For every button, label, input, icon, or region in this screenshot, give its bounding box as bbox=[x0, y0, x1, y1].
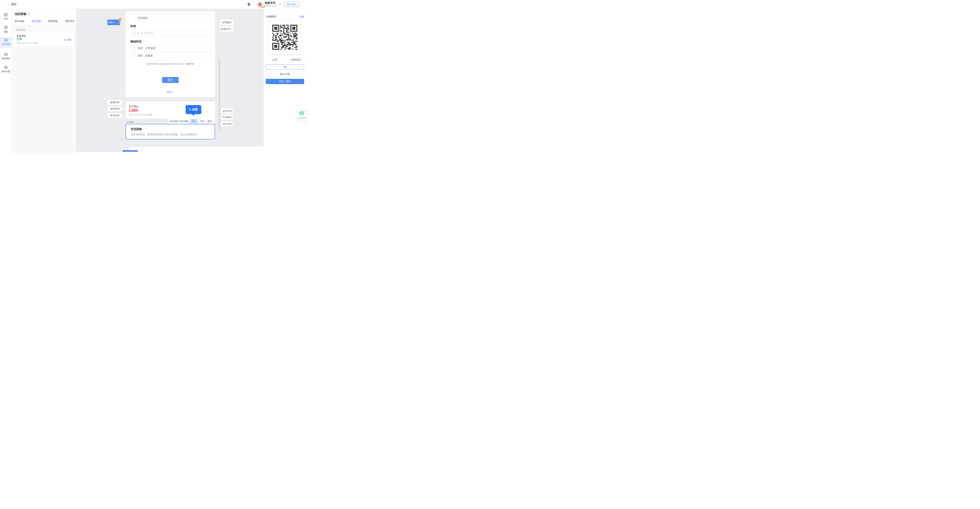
current-style-label: 当前样式: bbox=[266, 15, 277, 18]
svg-text:?: ? bbox=[29, 13, 29, 15]
sidebar-item-label: 动态面板 bbox=[2, 43, 10, 46]
download-button[interactable]: 下载 bbox=[266, 64, 304, 70]
radio-icon[interactable] bbox=[133, 47, 136, 49]
clear-content-button[interactable]: 清空内容 bbox=[222, 121, 233, 126]
beautify-qr-button[interactable]: 二维码美化 bbox=[286, 57, 304, 62]
sidebar-item-label: 我的素材 bbox=[2, 57, 10, 60]
chevron-down-icon bbox=[231, 29, 233, 30]
sidebar-item-label: 我的页面 bbox=[2, 70, 10, 73]
card-style-section: 卡片样式 设备状态 正常 2025-10-22 18:03 更新 更新 bbox=[12, 25, 76, 153]
sidebar-item-my-assets[interactable]: 我的素材 bbox=[0, 51, 12, 62]
update-link[interactable]: 更新 bbox=[64, 38, 72, 41]
radio-icon[interactable] bbox=[133, 54, 136, 57]
tab-data-panel[interactable]: 数据面板 bbox=[48, 20, 58, 23]
template-plus-icon bbox=[4, 26, 8, 30]
delete-action[interactable]: 删除 bbox=[208, 120, 212, 123]
form-disclaimer: 提交即授权该表单收集你所填写的内容。查看详情 bbox=[126, 62, 215, 65]
form-page-card: 归还物品 时间 年-月-日 时:分 物品状态 完好，正常使用 损坏，需修复 提交… bbox=[126, 11, 215, 97]
enter-backend-button[interactable]: 进入后台 bbox=[284, 2, 299, 7]
top-bar: ← 返回 VIP 模板专用 组织ID:7118 进入后台 bbox=[0, 0, 307, 9]
tray-icon bbox=[4, 53, 8, 56]
view-details-link[interactable]: 查看详情 bbox=[185, 63, 194, 65]
panel-title: 动态面板 ? bbox=[15, 12, 30, 16]
qr-code bbox=[272, 25, 298, 50]
canvas-bottom-margin bbox=[76, 152, 264, 153]
section-label: 卡片样式 bbox=[16, 29, 25, 32]
sidebar-item-label: 样式 bbox=[4, 18, 8, 21]
collapse-link[interactable]: 收起 bbox=[126, 90, 215, 94]
sidebar-item-my-pages[interactable]: 我的页面 bbox=[0, 64, 12, 75]
copy-page-button[interactable]: 复制页面 bbox=[107, 107, 122, 112]
move-icon bbox=[127, 121, 129, 123]
new-page-button[interactable]: 新建页面 bbox=[107, 100, 122, 105]
setup-step-tooltip: 1. 设置 bbox=[186, 105, 201, 114]
back-button[interactable]: ← 返回 bbox=[6, 3, 16, 6]
divider: | bbox=[198, 120, 199, 122]
refresh-icon bbox=[64, 39, 66, 41]
page-tab-badge[interactable]: 页面76 ... bbox=[107, 20, 120, 25]
standard-arrange-dropdown[interactable]: 标准排列 bbox=[220, 26, 234, 32]
form-option-good[interactable]: 完好，正常使用 bbox=[130, 45, 210, 51]
back-arrow-icon: ← bbox=[6, 3, 10, 6]
tab-footer-message[interactable]: 底部留言 bbox=[65, 20, 75, 23]
share-button[interactable]: 分享 bbox=[266, 57, 283, 62]
form-option-cutoff[interactable] bbox=[130, 11, 210, 14]
submit-button[interactable]: 提交 bbox=[162, 77, 178, 83]
panel-element-title: 状态面板 bbox=[131, 128, 142, 131]
robot-icon bbox=[299, 112, 304, 115]
save-qr-button[interactable]: 保存二维码 bbox=[266, 79, 304, 84]
account-org-id: 组织ID:7118 bbox=[265, 5, 276, 7]
back-label: 返回 bbox=[11, 3, 16, 6]
tab-action-panel[interactable]: 操作面板 bbox=[15, 20, 24, 23]
notification-bell-icon[interactable] bbox=[247, 3, 251, 6]
status-panel-element[interactable]: 状态面板 暂未添加状态，画布保存时将不会保存该面板，请点击设置添加 bbox=[126, 124, 215, 139]
sparkle-dot bbox=[305, 110, 306, 112]
left-rail: 样式 模板 动态面板 我的素材 我的页面 bbox=[0, 9, 12, 153]
card-title: 设备状态 bbox=[17, 34, 26, 38]
sidebar-item-dynamic-panel[interactable]: 动态面板 bbox=[0, 37, 12, 48]
editor-canvas: 页面76 ... ! 归还物品 时间 年-月-日 时:分 物品状态 完好，正常使… bbox=[76, 9, 264, 153]
chevron-up-icon[interactable] bbox=[279, 3, 282, 5]
card-timestamp: 2025-10-22 18:03 更新 bbox=[17, 42, 38, 45]
sidebar-item-templates[interactable]: 模板 bbox=[0, 25, 12, 35]
online-support-label: 在线咨询 bbox=[296, 116, 307, 120]
radio-icon[interactable] bbox=[133, 17, 136, 19]
tray-icon bbox=[4, 38, 8, 42]
grid-icon bbox=[4, 13, 8, 17]
background-color-button[interactable]: 背景颜色 bbox=[220, 20, 234, 25]
save-all-button[interactable]: 保存所有 bbox=[107, 113, 122, 118]
tooltip-arrow bbox=[192, 114, 195, 116]
card-timestamp: 2025-12-16 17:59:39 更新 bbox=[129, 113, 153, 116]
phone-preview-button[interactable]: 手机预览 bbox=[222, 115, 233, 120]
time-field-label: 时间 bbox=[130, 24, 136, 28]
horizontal-scrollbar-thumb[interactable] bbox=[123, 150, 138, 152]
form-option-return[interactable]: 归还物品 bbox=[130, 15, 210, 21]
preview-settings-button[interactable]: 预览/设置 bbox=[266, 72, 304, 77]
vip-badge: VIP bbox=[260, 5, 265, 8]
help-icon[interactable]: ? bbox=[28, 13, 30, 16]
item-status-label: 物品状态 bbox=[130, 40, 142, 43]
sidebar-item-label: 模板 bbox=[4, 30, 8, 34]
settings-action[interactable]: 设置 bbox=[190, 120, 197, 123]
form-option-damaged[interactable]: 损坏，需修复 bbox=[130, 53, 210, 59]
save-content-button[interactable]: 保存内容 bbox=[222, 109, 233, 113]
horizontal-scrollbar-track bbox=[129, 147, 264, 152]
datetime-placeholder: 年-月-日 时:分 bbox=[137, 32, 153, 35]
vertical-scrollbar[interactable] bbox=[219, 58, 220, 130]
device-status-card[interactable]: 设备状态 正常 2025-10-22 18:03 更新 更新 bbox=[14, 32, 74, 46]
sparkle-icon: ✦ bbox=[304, 111, 305, 113]
change-style-link[interactable]: 更换 bbox=[299, 15, 304, 18]
copy-action[interactable]: 复制 bbox=[200, 120, 205, 123]
asset-status-card[interactable]: 资产状态 已损坏 2025-12-16 17:59:39 更新 更新 bbox=[126, 101, 215, 119]
account-info[interactable]: 模板专用 组织ID:7118 bbox=[265, 2, 276, 7]
chevron-up-icon bbox=[172, 91, 174, 93]
tab-status-panel[interactable]: 状态面板 bbox=[31, 20, 41, 23]
sidebar-item-styles[interactable]: 样式 bbox=[0, 12, 12, 22]
clock-icon bbox=[133, 32, 136, 35]
datetime-input[interactable]: 年-月-日 时:分 bbox=[130, 30, 210, 37]
online-support-widget[interactable]: ✦ 在线咨询 bbox=[296, 110, 307, 121]
drag-handle[interactable]: 拖动 bbox=[126, 120, 135, 124]
status-value: 正常 bbox=[17, 37, 22, 41]
account-name: 模板专用 bbox=[265, 2, 276, 5]
dynamic-panel-sidebar: 动态面板 ? 操作面板 状态面板 数据面板 底部留言 卡片样式 设备状态 正常 … bbox=[12, 9, 76, 153]
